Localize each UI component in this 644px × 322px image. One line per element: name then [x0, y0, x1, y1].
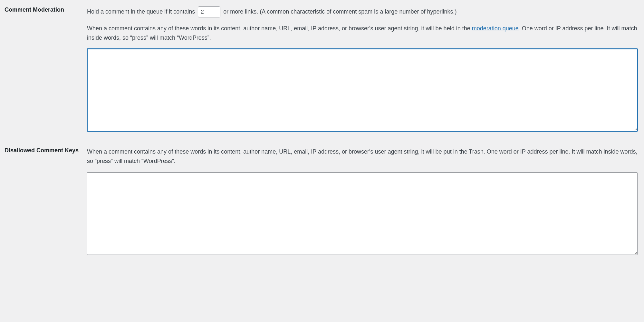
disallowed-keys-textarea[interactable] [87, 172, 638, 255]
comment-max-links-description: Hold a comment in the queue if it contai… [87, 6, 638, 17]
comment-moderation-cell: Hold a comment in the queue if it contai… [84, 0, 644, 141]
links-text-after: or more links. (A common characteristic … [222, 8, 457, 15]
keys-text-before: When a comment contains any of these wor… [87, 25, 472, 32]
disallowed-keys-cell: When a comment contains any of these wor… [84, 141, 644, 264]
disallowed-keys-heading: Disallowed Comment Keys [0, 141, 84, 264]
moderation-queue-link[interactable]: moderation queue [472, 25, 519, 32]
disallowed-keys-description: When a comment contains any of these wor… [87, 147, 638, 166]
comment-moderation-row: Comment Moderation Hold a comment in the… [0, 0, 644, 141]
disallowed-keys-row: Disallowed Comment Keys When a comment c… [0, 141, 644, 264]
links-text-before: Hold a comment in the queue if it contai… [87, 8, 197, 15]
settings-table: Comment Moderation Hold a comment in the… [0, 0, 644, 264]
moderation-keys-description: When a comment contains any of these wor… [87, 24, 638, 43]
moderation-keys-textarea[interactable] [87, 49, 638, 131]
comment-max-links-input[interactable] [198, 6, 220, 17]
comment-moderation-heading: Comment Moderation [0, 0, 84, 141]
